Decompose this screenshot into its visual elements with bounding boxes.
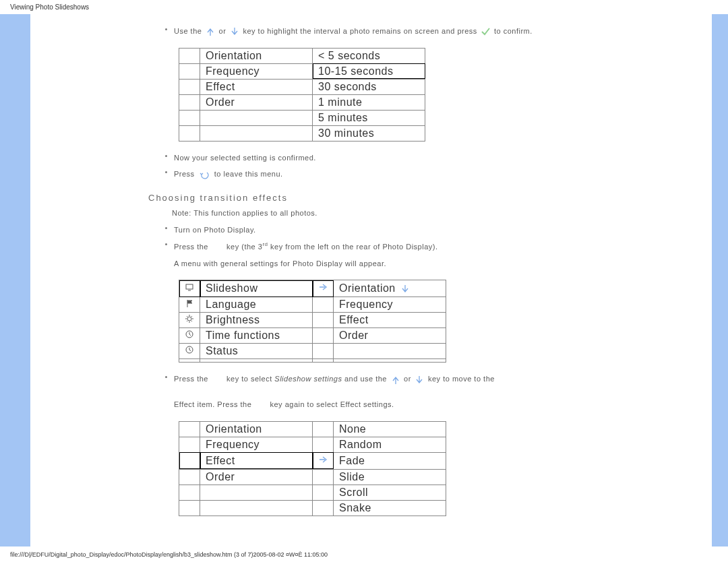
table-row: Status — [179, 344, 446, 359]
left-margin-bar — [0, 14, 30, 547]
setting-value: Random — [334, 437, 446, 452]
menu-item — [200, 359, 313, 363]
empty-cell — [179, 421, 200, 437]
setting-value: Slide — [334, 469, 446, 485]
setting-name: Frequency — [200, 437, 313, 452]
empty-cell — [313, 328, 334, 344]
text: key (the 3 — [226, 243, 262, 251]
note-row: Note: This function applies to all photo… — [172, 207, 671, 220]
text: or — [219, 27, 229, 35]
table-row: Effect30 seconds — [179, 79, 425, 94]
step-turn-on: Turn on Photo Display. — [165, 224, 671, 237]
setting-name: Order — [200, 469, 313, 485]
clock-icon — [179, 328, 200, 344]
setting-value: < 5 seconds — [313, 48, 425, 63]
text: Press — [174, 170, 197, 178]
submenu-item: Effect — [334, 313, 446, 328]
empty-cell — [313, 469, 334, 485]
general-settings-table: SlideshowOrientation LanguageFrequencyBr… — [179, 280, 446, 363]
table-row — [179, 359, 446, 363]
empty-cell — [313, 500, 334, 516]
step-text: Press the key to select Slideshow settin… — [174, 373, 671, 410]
table-row: Orientation< 5 seconds — [179, 48, 425, 63]
text: key from the left on the rear of Photo D… — [268, 243, 438, 251]
empty-cell — [313, 313, 334, 328]
bullet-icon — [165, 171, 167, 173]
menu-item: Language — [200, 297, 313, 313]
table-row: LanguageFrequency — [179, 297, 446, 313]
setting-value: Snake — [334, 500, 446, 516]
setting-value: 5 minutes — [313, 110, 425, 125]
note-text: Note: This function applies to all photo… — [172, 207, 671, 220]
empty-cell — [179, 110, 200, 125]
step-text: Turn on Photo Display. — [174, 224, 671, 237]
flag-icon — [179, 297, 200, 313]
arrow-right-icon — [313, 280, 334, 297]
section-transition-effects: Choosing transition effects — [148, 193, 671, 203]
superscript: rd — [262, 241, 268, 247]
clock-icon — [179, 344, 200, 359]
interval-table: Orientation< 5 secondsFrequency10-15 sec… — [179, 48, 425, 142]
setting-name: Orientation — [200, 421, 313, 437]
text: and use the — [344, 375, 390, 383]
bullet-icon — [165, 376, 167, 378]
empty-cell — [179, 485, 200, 500]
empty-cell — [313, 485, 334, 500]
setting-name — [200, 500, 313, 516]
step-use-keys: Use the or key to highlight the interval… — [165, 25, 671, 38]
step-text: Press to leave this menu. — [174, 168, 671, 181]
bullet-icon — [165, 227, 167, 229]
menu-item: Status — [200, 344, 313, 359]
arrow-down-icon — [415, 375, 424, 385]
empty-cell — [313, 344, 334, 359]
text: Effect item. Press the — [174, 400, 254, 408]
text: Press the — [174, 243, 211, 251]
setting-name: Order — [200, 94, 313, 110]
menu-item: Slideshow — [200, 280, 313, 297]
submenu-item: Order — [334, 328, 446, 344]
text: key to move to the — [428, 375, 495, 383]
setting-name — [200, 485, 313, 500]
table-row: Scroll — [179, 485, 446, 500]
table-row: OrientationNone — [179, 421, 446, 437]
main-content: Use the or key to highlight the interval… — [30, 14, 712, 547]
check-icon — [481, 26, 490, 37]
empty-cell — [179, 359, 200, 363]
table-row: FrequencyRandom — [179, 437, 446, 452]
empty-cell — [179, 125, 200, 141]
setting-name — [200, 110, 313, 125]
setting-value: None — [334, 421, 446, 437]
effect-settings-table: OrientationNoneFrequencyRandomEffectFade… — [179, 421, 446, 516]
arrow-up-icon — [206, 26, 215, 37]
arrow-right-icon — [313, 452, 334, 469]
empty-cell — [179, 79, 200, 94]
empty-cell — [179, 452, 200, 469]
empty-cell — [179, 63, 200, 79]
step-select-slideshow: Press the key to select Slideshow settin… — [165, 373, 671, 410]
arrow-up-icon — [391, 375, 400, 385]
sun-icon — [179, 313, 200, 328]
text: Press the — [174, 375, 211, 383]
right-margin-bar — [712, 14, 728, 547]
setting-name: Orientation — [200, 48, 313, 63]
text: to leave this menu. — [214, 170, 283, 178]
submenu-item: Frequency — [334, 297, 446, 313]
setting-value: 30 minutes — [313, 125, 425, 141]
submenu-item: Orientation — [334, 280, 446, 297]
table-row: OrderSlide — [179, 469, 446, 485]
bullet-icon — [165, 28, 167, 30]
bullet-icon — [165, 243, 167, 245]
setting-name: Effect — [200, 79, 313, 94]
text: Use the — [174, 27, 204, 35]
step-confirmed: Now your selected setting is confirmed. — [165, 152, 671, 164]
setting-value: 30 seconds — [313, 79, 425, 94]
step-text: A menu with general settings for Photo D… — [174, 257, 671, 270]
step-text: Use the or key to highlight the interval… — [174, 25, 671, 38]
empty-cell — [313, 421, 334, 437]
page-header: Viewing Photo Slideshows — [0, 0, 728, 14]
text: key again to select Effect settings. — [270, 400, 394, 408]
step-press-key: Press the key (the 3rd key from the left… — [165, 240, 671, 253]
empty-cell — [179, 48, 200, 63]
submenu-item — [334, 344, 446, 359]
table-row: BrightnessEffect — [179, 313, 446, 328]
